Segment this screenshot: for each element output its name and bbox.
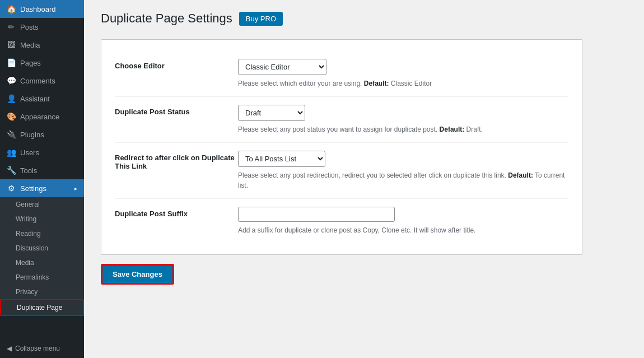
duplicate-post-suffix-hint: Add a suffix for duplicate or clone post…	[238, 225, 568, 235]
sidebar-item-label: Settings	[20, 184, 46, 193]
sidebar-item-label: Plugins	[20, 131, 44, 139]
choose-editor-field: Classic Editor Gutenberg Editor Please s…	[238, 59, 568, 89]
sidebar-item-tools[interactable]: 🔧 Tools	[0, 161, 84, 179]
sidebar-item-pages[interactable]: 📄 Pages	[0, 54, 84, 72]
sidebar-item-assistant[interactable]: 👤 Assistant	[0, 90, 84, 108]
settings-form: Choose Editor Classic Editor Gutenberg E…	[101, 39, 582, 255]
assistant-icon: 👤	[7, 94, 16, 103]
submenu-item-discussion[interactable]: Discussion	[0, 241, 84, 255]
duplicate-post-suffix-input[interactable]	[238, 207, 395, 222]
sidebar-item-dashboard[interactable]: 🏠 Dashboard	[0, 0, 84, 18]
plugins-icon: 🔌	[7, 130, 16, 139]
sidebar-item-label: Appearance	[20, 113, 59, 121]
dashboard-icon: 🏠	[7, 4, 16, 13]
redirect-after-row: Redirect to after click on Duplicate Thi…	[115, 143, 568, 199]
sidebar-item-users[interactable]: 👥 Users	[0, 143, 84, 161]
redirect-after-label: Redirect to after click on Duplicate Thi…	[115, 151, 238, 170]
sidebar: 🏠 Dashboard ✏ Posts 🖼 Media 📄 Pages 💬 Co…	[0, 0, 84, 358]
sidebar-item-plugins[interactable]: 🔌 Plugins	[0, 125, 84, 143]
sidebar-item-label: Users	[20, 148, 39, 157]
comments-icon: 💬	[7, 76, 16, 85]
submenu-item-general[interactable]: General	[0, 197, 84, 212]
media-icon: 🖼	[7, 40, 16, 49]
sidebar-item-media[interactable]: 🖼 Media	[0, 36, 84, 54]
submenu-item-reading[interactable]: Reading	[0, 226, 84, 241]
sidebar-item-label: Pages	[20, 59, 41, 67]
sidebar-item-settings[interactable]: ⚙ Settings ▸	[0, 179, 84, 197]
main-content: Duplicate Page Settings Buy PRO Choose E…	[84, 0, 644, 358]
choose-editor-hint: Please select which editor your are usin…	[238, 78, 568, 89]
sidebar-item-posts[interactable]: ✏ Posts	[0, 18, 84, 36]
duplicate-post-suffix-row: Duplicate Post Suffix Add a suffix for d…	[115, 199, 568, 243]
choose-editor-row: Choose Editor Classic Editor Gutenberg E…	[115, 51, 568, 97]
settings-submenu: General Writing Reading Discussion Media…	[0, 197, 84, 316]
duplicate-post-status-row: Duplicate Post Status Draft Publish Pend…	[115, 97, 568, 143]
submenu-item-media[interactable]: Media	[0, 255, 84, 270]
sidebar-item-label: Dashboard	[20, 5, 56, 13]
page-header: Duplicate Page Settings Buy PRO	[101, 11, 627, 26]
submenu-item-writing[interactable]: Writing	[0, 212, 84, 226]
settings-arrow-icon: ▸	[74, 185, 77, 192]
appearance-icon: 🎨	[7, 112, 16, 121]
collapse-menu-button[interactable]: ◀ Collapse menu	[0, 339, 84, 358]
duplicate-post-status-hint: Please select any post status you want t…	[238, 124, 568, 134]
sidebar-item-appearance[interactable]: 🎨 Appearance	[0, 108, 84, 125]
submenu-item-duplicate-page[interactable]: Duplicate Page	[0, 299, 84, 316]
tools-icon: 🔧	[7, 166, 16, 175]
sidebar-item-label: Comments	[20, 77, 55, 85]
duplicate-post-suffix-field: Add a suffix for duplicate or clone post…	[238, 207, 568, 235]
collapse-label: Collapse menu	[15, 345, 60, 352]
buy-pro-button[interactable]: Buy PRO	[239, 12, 283, 26]
page-title: Duplicate Page Settings	[101, 11, 232, 26]
settings-icon: ⚙	[7, 184, 16, 193]
duplicate-post-suffix-label: Duplicate Post Suffix	[115, 207, 238, 218]
users-icon: 👥	[7, 148, 16, 157]
redirect-after-field: To All Posts List To current list To dup…	[238, 151, 568, 190]
pages-icon: 📄	[7, 58, 16, 67]
duplicate-post-status-select[interactable]: Draft Publish Pending Private	[238, 105, 305, 121]
sidebar-item-label: Posts	[20, 23, 39, 31]
duplicate-post-status-field: Draft Publish Pending Private Please sel…	[238, 105, 568, 134]
save-changes-button[interactable]: Save Changes	[101, 264, 174, 285]
sidebar-item-label: Tools	[20, 166, 37, 175]
submenu-item-permalinks[interactable]: Permalinks	[0, 270, 84, 285]
duplicate-post-status-label: Duplicate Post Status	[115, 105, 238, 116]
sidebar-item-label: Assistant	[20, 95, 50, 103]
choose-editor-label: Choose Editor	[115, 59, 238, 70]
sidebar-item-label: Media	[20, 41, 40, 49]
redirect-after-select[interactable]: To All Posts List To current list To dup…	[238, 151, 325, 167]
collapse-icon: ◀	[7, 345, 12, 352]
choose-editor-select[interactable]: Classic Editor Gutenberg Editor	[238, 59, 326, 75]
sidebar-item-comments[interactable]: 💬 Comments	[0, 72, 84, 90]
submenu-item-privacy[interactable]: Privacy	[0, 285, 84, 299]
posts-icon: ✏	[7, 22, 16, 31]
redirect-after-hint: Please select any post redirection, redi…	[238, 170, 568, 190]
